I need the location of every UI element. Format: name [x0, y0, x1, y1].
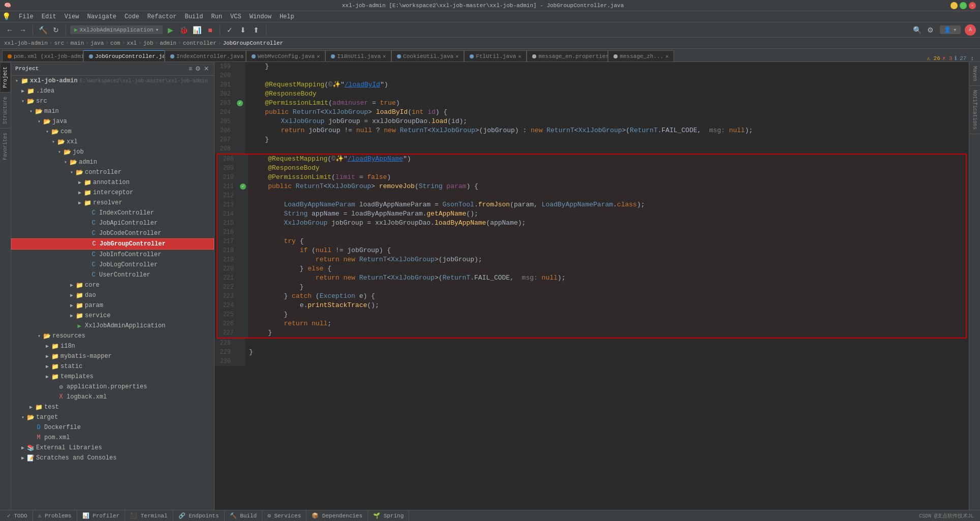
tree-job[interactable]: ▾ 📂 job [11, 147, 214, 157]
bottom-tab-terminal[interactable]: ⬛ Terminal [125, 510, 173, 521]
breadcrumb-part[interactable]: com [110, 40, 120, 46]
tree-templates[interactable]: ▶ 📁 templates [11, 372, 214, 382]
tab-indexcontroller[interactable]: IndexController.java ✕ [165, 50, 246, 62]
maximize-button[interactable]: □ [960, 2, 967, 9]
menu-vcs[interactable]: VCS [226, 11, 246, 22]
tab-message-zh[interactable]: message_zh... ✕ [608, 50, 674, 62]
bottom-tab-services[interactable]: ⚙ Services [262, 510, 307, 521]
tree-jobcode-controller[interactable]: ▶ C JobCodeController [11, 228, 214, 238]
tree-src[interactable]: ▾ 📂 src [11, 96, 214, 106]
tree-application-properties[interactable]: ▶ ⚙ application.properties [11, 382, 214, 392]
gutter-bookmark[interactable]: ✓ [237, 100, 243, 106]
bottom-tab-endpoints[interactable]: 🔗 Endpoints [173, 510, 225, 521]
tab-jobgroupcontroller[interactable]: JobGroupController.java ✕ [83, 50, 165, 62]
breadcrumb-part[interactable]: main [71, 40, 84, 46]
back-button[interactable]: ← [4, 24, 15, 36]
tree-idea[interactable]: ▶ 📁 .idea [11, 86, 214, 96]
right-strip-notifications[interactable]: Notifications [970, 86, 979, 134]
tree-i18n[interactable]: ▶ 📁 i18n [11, 341, 214, 351]
close-button[interactable]: ✕ [969, 2, 976, 9]
push-button[interactable]: ⬆ [251, 24, 262, 36]
run-button[interactable]: ▶ [165, 24, 176, 36]
minimize-button[interactable]: ─ [951, 2, 958, 9]
breadcrumb-part[interactable]: controller [183, 40, 217, 46]
breadcrumb-part[interactable]: java [90, 40, 104, 46]
menu-navigate[interactable]: Navigate [83, 11, 120, 22]
tab-pom-xml[interactable]: pom.xml (xxl-job-admin) ✕ [2, 50, 83, 62]
forward-button[interactable]: → [17, 24, 28, 36]
tree-resolver[interactable]: ▶ 📁 resolver [11, 198, 214, 208]
menu-edit[interactable]: Edit [38, 11, 60, 22]
tab-close-cookie[interactable]: ✕ [455, 53, 458, 59]
tab-close-ftl[interactable]: ✕ [518, 53, 521, 59]
profile-selector[interactable]: 👤 ▾ [940, 25, 961, 34]
commit-button[interactable]: ✓ [224, 24, 235, 36]
tree-main[interactable]: ▾ 📂 main [11, 106, 214, 116]
tree-interceptor[interactable]: ▶ 📁 interceptor [11, 188, 214, 198]
tree-java[interactable]: ▾ 📂 java [11, 116, 214, 127]
menu-window[interactable]: Window [246, 11, 275, 22]
code-scroll-area[interactable]: 199 } 200 201 @RequestMapping(©✨"/lo [215, 62, 969, 510]
menu-build[interactable]: Build [180, 11, 207, 22]
sidebar-action-expand[interactable]: ≡ [188, 64, 193, 73]
breadcrumb-part[interactable]: admin [160, 40, 176, 46]
bottom-tab-dependencies[interactable]: 📦 Dependencies [307, 510, 368, 521]
breadcrumb-part[interactable]: xxl [127, 40, 137, 46]
search-button[interactable]: 🔍 [911, 24, 923, 36]
tree-controller[interactable]: ▾ 📂 controller [11, 167, 214, 177]
tree-logback-xml[interactable]: ▶ X logback.xml [11, 392, 214, 402]
gutter-bookmark[interactable]: ✓ [240, 183, 246, 190]
right-strip-maven[interactable]: Maven [970, 62, 979, 86]
tab-webmvcconfig[interactable]: WebMvcConfig.java ✕ [246, 50, 325, 62]
tab-close-msg-zh[interactable]: ✕ [665, 53, 668, 59]
tree-xxl[interactable]: ▾ 📂 xxl [11, 137, 214, 147]
left-strip-favorites[interactable]: Favorites [1, 128, 10, 164]
tab-message-en[interactable]: message_en.properties ✕ [527, 50, 608, 62]
tree-param[interactable]: ▶ 📁 param [11, 300, 214, 311]
tab-cookieutil[interactable]: CookieUtil.java ✕ [391, 50, 464, 62]
tab-i18nutil[interactable]: I18nUtil.java ✕ [325, 50, 391, 62]
update-button[interactable]: ⬇ [237, 24, 249, 36]
breadcrumb-part[interactable]: xxl-job-admin [4, 40, 48, 46]
tree-external-libraries[interactable]: ▶ 📚 External Libraries [11, 443, 214, 453]
tree-user-controller[interactable]: ▶ C UserController [11, 270, 214, 280]
menu-file[interactable]: File [15, 11, 38, 22]
tree-index-controller[interactable]: ▶ C IndexController [11, 208, 214, 218]
menu-view[interactable]: View [60, 11, 83, 22]
tab-close-i18n[interactable]: ✕ [383, 53, 386, 59]
bottom-tab-todo[interactable]: ✓ TODO [2, 510, 33, 521]
sidebar-action-close[interactable]: ✕ [203, 64, 210, 73]
tab-ftlutil[interactable]: FtlUtil.java ✕ [464, 50, 527, 62]
bottom-tab-problems[interactable]: ⚠ Problems [33, 510, 77, 521]
tab-close-webmvc[interactable]: ✕ [317, 53, 320, 59]
menu-code[interactable]: Code [120, 11, 143, 22]
tree-scratches[interactable]: ▶ 📝 Scratches and Consoles [11, 453, 214, 463]
breadcrumb-part[interactable]: job [143, 40, 154, 46]
menu-run[interactable]: Run [207, 11, 226, 22]
tree-service[interactable]: ▶ 📁 service [11, 311, 214, 321]
coverage-button[interactable]: 📊 [191, 24, 202, 36]
tree-dockerfile[interactable]: ▶ D Dockerfile [11, 422, 214, 433]
build-button[interactable]: 🔨 [37, 24, 48, 36]
tree-static[interactable]: ▶ 📁 static [11, 361, 214, 372]
avatar[interactable]: A [965, 24, 976, 36]
tree-dao[interactable]: ▶ 📁 dao [11, 290, 214, 300]
bottom-tab-build[interactable]: 🔨 Build [225, 510, 263, 521]
sync-button[interactable]: ↻ [50, 24, 62, 36]
tree-pom-xml[interactable]: ▶ M pom.xml [11, 433, 214, 443]
tree-com[interactable]: ▾ 📂 com [11, 127, 214, 137]
tree-root-xxl-job-admin[interactable]: ▾ 📁 xxl-job-admin E:\workspace2\xxl-job-… [11, 76, 214, 86]
tree-jobapi-controller[interactable]: ▶ C JobApiController [11, 218, 214, 228]
tree-test[interactable]: ▶ 📁 test [11, 402, 214, 412]
tree-mybatis-mapper[interactable]: ▶ 📁 mybatis-mapper [11, 351, 214, 361]
bottom-tab-spring[interactable]: 🌱 Spring [368, 510, 409, 521]
menu-help[interactable]: Help [275, 11, 298, 22]
run-config-selector[interactable]: ▶ XxlJobAdminApplication ▾ [70, 25, 163, 34]
tree-xxljobadmin-app[interactable]: ▶ ▶ XxlJobAdminApplication [11, 321, 214, 331]
settings-button[interactable]: ⚙ [925, 24, 936, 36]
stop-button[interactable]: ■ [204, 24, 216, 36]
left-strip-project[interactable]: Project [1, 62, 10, 92]
breadcrumb-part[interactable]: src [54, 40, 64, 46]
tree-joblog-controller[interactable]: ▶ C JobLogController [11, 260, 214, 270]
left-strip-structure[interactable]: Structure [1, 92, 10, 128]
